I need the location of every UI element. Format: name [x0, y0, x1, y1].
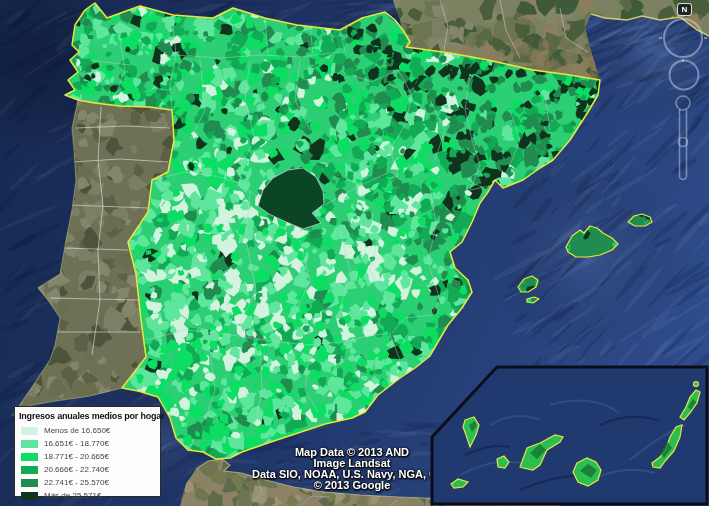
navigation-panel: N [650, 0, 709, 200]
legend-label: Menos de 16.650€ [44, 426, 110, 435]
legend-rows: Menos de 16.650€16.651€ - 18.770€18.771€… [18, 424, 160, 502]
google-earth-viewport: Map Data © 2013 AND Image Landsat Data S… [0, 0, 709, 506]
compass-north-button[interactable]: N [677, 3, 692, 16]
island-islet [694, 382, 699, 387]
legend-swatch [21, 440, 38, 448]
legend-label: 22.741€ - 25.570€ [44, 478, 109, 487]
legend-swatch [21, 466, 38, 474]
navigation-controls [650, 0, 709, 200]
legend-label: Más de 25.571€ [44, 491, 101, 500]
map-attribution: Map Data © 2013 AND Image Landsat Data S… [252, 447, 452, 491]
compass-ring[interactable] [664, 19, 702, 57]
legend-row: 20.666€ - 22.740€ [18, 463, 160, 476]
compass-ticks [659, 14, 707, 62]
zoom-slider[interactable] [676, 96, 690, 180]
legend-label: 20.666€ - 22.740€ [44, 465, 109, 474]
legend-label: 16.651€ - 18.770€ [44, 439, 109, 448]
legend-label: 18.771€ - 20.665€ [44, 452, 109, 461]
attribution-line: © 2013 Google [252, 480, 452, 491]
look-joystick-ring[interactable] [670, 61, 699, 90]
legend-swatch [21, 453, 38, 461]
legend-row: 16.651€ - 18.770€ [18, 437, 160, 450]
inset-canary-islands-map [430, 365, 709, 506]
legend-title: Ingresos anuales medios por hogar [19, 411, 160, 421]
legend-row: 18.771€ - 20.665€ [18, 450, 160, 463]
legend-swatch [21, 479, 38, 487]
legend-swatch [21, 427, 38, 435]
legend-panel: Ingresos anuales medios por hogar Menos … [14, 406, 161, 497]
legend-row: 22.741€ - 25.570€ [18, 476, 160, 489]
legend-row: Menos de 16.650€ [18, 424, 160, 437]
legend-swatch [21, 492, 38, 500]
legend-row: Más de 25.571€ [18, 489, 160, 502]
